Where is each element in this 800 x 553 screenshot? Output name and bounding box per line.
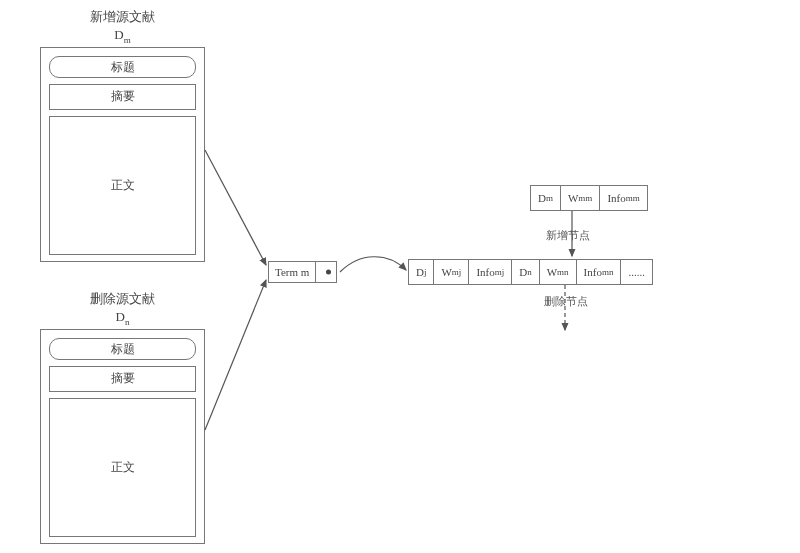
delete-node-label: 删除节点: [544, 294, 588, 309]
arrow-term-list: [340, 257, 406, 272]
new-node-info: Infomm: [600, 186, 647, 210]
del-doc-box: 标题 摘要 正文: [40, 329, 205, 544]
del-doc-header: 删除源文献 Dn: [40, 290, 205, 327]
linked-list-row: Dj Wmj Infomj Dn Wmn Infomn ......: [408, 259, 653, 285]
add-node-label: 新增节点: [546, 228, 590, 243]
new-doc-title: 新增源文献: [40, 8, 205, 26]
del-doc-title: 删除源文献: [40, 290, 205, 308]
cell-dj: Dj: [409, 260, 434, 284]
cell-wmj: Wmj: [434, 260, 469, 284]
cell-dn: Dn: [512, 260, 539, 284]
arrow-newdoc-term: [205, 150, 266, 265]
new-doc-header: 新增源文献 Dm: [40, 8, 205, 45]
term-node: Term m: [268, 261, 337, 283]
del-doc-body: 正文: [49, 398, 196, 537]
cell-infomj: Infomj: [469, 260, 512, 284]
new-node-d: Dm: [531, 186, 561, 210]
deleted-source-doc: 删除源文献 Dn 标题 摘要 正文: [40, 290, 205, 544]
cell-wmn: Wmn: [540, 260, 577, 284]
new-doc-body: 正文: [49, 116, 196, 255]
new-node-w: Wmm: [561, 186, 600, 210]
new-doc-title-section: 标题: [49, 56, 196, 78]
term-label: Term m: [269, 262, 316, 282]
del-doc-abstract: 摘要: [49, 366, 196, 392]
cell-infomn: Infomn: [577, 260, 622, 284]
new-doc-sub: Dm: [40, 27, 205, 45]
new-node-row: Dm Wmm Infomm: [530, 185, 648, 211]
term-pointer: [316, 262, 336, 282]
del-doc-sub: Dn: [40, 309, 205, 327]
cell-ellipsis: ......: [621, 260, 653, 284]
new-source-doc: 新增源文献 Dm 标题 摘要 正文: [40, 8, 205, 262]
new-doc-abstract: 摘要: [49, 84, 196, 110]
del-doc-title-section: 标题: [49, 338, 196, 360]
arrow-deldoc-term: [205, 280, 266, 430]
new-doc-box: 标题 摘要 正文: [40, 47, 205, 262]
